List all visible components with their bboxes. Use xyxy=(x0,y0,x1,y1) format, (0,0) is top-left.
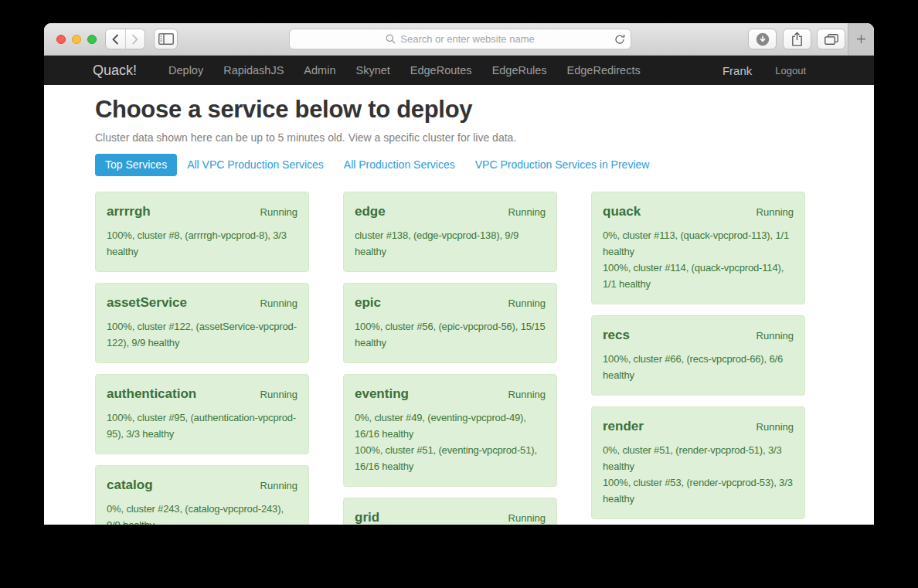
nav-item-edgeredirects[interactable]: EdgeRedirects xyxy=(557,64,651,76)
service-cluster-info: 100%, cluster #66, (recs-vpcprod-66), 6/… xyxy=(603,351,794,383)
service-name: assetService xyxy=(107,294,187,311)
service-name: edge xyxy=(355,203,386,219)
share-button[interactable] xyxy=(783,29,811,49)
service-card-epic[interactable]: epic Running 100%, cluster #56, (epic-vp… xyxy=(343,283,557,363)
service-card-header: eventing Running xyxy=(355,386,546,403)
window-zoom-button[interactable] xyxy=(87,35,97,44)
desktop-background: Search or enter website name xyxy=(0,0,918,588)
service-card-assetservice[interactable]: assetService Running 100%, cluster #122,… xyxy=(95,283,309,363)
service-card-header: quack Running xyxy=(603,203,794,220)
navbar-right: Frank Logout xyxy=(722,64,806,77)
window-close-button[interactable] xyxy=(56,35,66,44)
service-card-header: catalog Running xyxy=(107,477,298,494)
service-name: authentication xyxy=(107,386,196,402)
nav-item-deploy[interactable]: Deploy xyxy=(158,64,213,76)
service-cluster-info: 100%, cluster #56, (epic-vpcprod-56), 15… xyxy=(355,318,546,351)
service-name: quack xyxy=(603,203,641,219)
service-status-badge: Running xyxy=(260,204,298,220)
service-status-badge: Running xyxy=(756,419,794,435)
service-cluster-info: 0%, cluster #49, (eventing-vpcprod-49), … xyxy=(355,410,546,474)
nav-item-edgerules[interactable]: EdgeRules xyxy=(482,64,557,76)
service-cluster-info: 0%, cluster #113, (quack-vpcprod-113), 1… xyxy=(603,227,794,292)
history-nav-group xyxy=(105,29,145,49)
service-name: epic xyxy=(355,294,381,311)
service-name: grid xyxy=(355,509,379,525)
tab-overview-icon xyxy=(824,34,838,45)
tab-all-production-services[interactable]: All Production Services xyxy=(334,154,465,176)
service-column: edge Running cluster #138, (edge-vpcprod… xyxy=(343,192,557,525)
page-content: Choose a service below to deploy Cluster… xyxy=(44,85,874,525)
service-status-badge: Running xyxy=(508,295,546,311)
service-card-arrrrgh[interactable]: arrrrgh Running 100%, cluster #8, (arrrr… xyxy=(95,192,309,272)
tab-overview-button[interactable] xyxy=(817,29,845,49)
service-card-recs[interactable]: recs Running 100%, cluster #66, (recs-vp… xyxy=(591,315,805,396)
forward-button[interactable] xyxy=(125,29,144,49)
service-status-badge: Running xyxy=(260,295,298,311)
window-minimize-button[interactable] xyxy=(72,35,81,44)
cluster-status-line: 100%, cluster #56, (epic-vpcprod-56), 15… xyxy=(355,318,546,351)
address-bar-placeholder: Search or enter website name xyxy=(400,33,534,45)
service-name: recs xyxy=(603,327,630,343)
nav-item-admin[interactable]: Admin xyxy=(294,64,345,76)
service-card-quack[interactable]: quack Running 0%, cluster #113, (quack-v… xyxy=(591,192,805,304)
service-card-render[interactable]: render Running 0%, cluster #51, (render-… xyxy=(591,406,805,519)
site-navbar: Quack! DeployRapidashJSAdminSkynetEdgeRo… xyxy=(44,56,874,85)
service-name: eventing xyxy=(355,386,409,402)
service-card-header: grid Running xyxy=(355,509,546,525)
cluster-status-line: 0%, cluster #113, (quack-vpcprod-113), 1… xyxy=(603,227,794,260)
service-status-badge: Running xyxy=(508,386,546,403)
service-card-catalog[interactable]: catalog Running 0%, cluster #243, (catal… xyxy=(95,465,309,525)
address-bar[interactable]: Search or enter website name xyxy=(289,29,631,49)
service-card-header: recs Running xyxy=(603,327,794,344)
service-status-badge: Running xyxy=(260,478,298,494)
service-card-authentication[interactable]: authentication Running 100%, cluster #95… xyxy=(95,374,309,454)
logout-link[interactable]: Logout xyxy=(775,65,806,76)
logged-in-user: Frank xyxy=(722,64,752,77)
tab-vpc-production-services-in-preview[interactable]: VPC Production Services in Preview xyxy=(465,154,660,176)
browser-toolbar: Search or enter website name xyxy=(44,23,874,56)
page-title: Choose a service below to deploy xyxy=(95,96,823,124)
service-name: arrrrgh xyxy=(107,203,151,219)
service-cluster-info: 0%, cluster #51, (render-vpcprod-51), 3/… xyxy=(603,442,794,507)
search-icon xyxy=(386,34,396,44)
service-grid: arrrrgh Running 100%, cluster #8, (arrrr… xyxy=(95,192,823,525)
downloads-icon xyxy=(756,32,770,46)
brand-link[interactable]: Quack! xyxy=(93,63,137,79)
sidebar-toggle-button[interactable] xyxy=(154,29,178,49)
nav-item-skynet[interactable]: Skynet xyxy=(345,64,400,76)
new-tab-icon xyxy=(856,34,866,44)
new-tab-button[interactable] xyxy=(848,23,874,55)
service-status-badge: Running xyxy=(508,204,546,220)
service-column: quack Running 0%, cluster #113, (quack-v… xyxy=(591,192,805,525)
share-icon xyxy=(791,32,803,46)
cluster-status-line: cluster #138, (edge-vpcprod-138), 9/9 he… xyxy=(355,227,546,260)
back-button[interactable] xyxy=(106,29,125,49)
nav-item-edgeroutes[interactable]: EdgeRoutes xyxy=(400,64,482,76)
service-status-badge: Running xyxy=(508,510,546,525)
downloads-button[interactable] xyxy=(748,29,777,49)
service-card-eventing[interactable]: eventing Running 0%, cluster #49, (event… xyxy=(343,374,557,487)
service-card-grid[interactable]: grid Running xyxy=(343,498,557,525)
cluster-status-line: 100%, cluster #53, (render-vpcprod-53), … xyxy=(603,474,794,507)
service-cluster-info: 100%, cluster #122, (assetService-vpcpro… xyxy=(107,318,298,351)
tab-all-vpc-production-services[interactable]: All VPC Production Services xyxy=(177,154,334,176)
cluster-status-line: 0%, cluster #243, (catalog-vpcprod-243),… xyxy=(107,501,298,525)
service-card-header: assetService Running xyxy=(107,294,298,311)
reload-button[interactable] xyxy=(614,34,625,45)
service-filter-tabs: Top ServicesAll VPC Production ServicesA… xyxy=(95,154,823,176)
service-status-badge: Running xyxy=(756,204,794,220)
service-name: render xyxy=(603,418,644,434)
service-cluster-info: 100%, cluster #95, (authentication-vpcpr… xyxy=(107,410,298,442)
reload-icon xyxy=(614,34,625,45)
nav-item-rapidashjs[interactable]: RapidashJS xyxy=(213,64,294,76)
service-card-header: authentication Running xyxy=(107,386,298,403)
cluster-status-line: 100%, cluster #122, (assetService-vpcpro… xyxy=(107,318,298,351)
navbar-links: DeployRapidashJSAdminSkynetEdgeRoutesEdg… xyxy=(158,64,651,76)
service-card-header: arrrrgh Running xyxy=(107,203,298,220)
service-cluster-info: cluster #138, (edge-vpcprod-138), 9/9 he… xyxy=(355,227,546,260)
cluster-status-line: 100%, cluster #51, (eventing-vpcprod-51)… xyxy=(355,442,546,474)
cluster-status-line: 0%, cluster #49, (eventing-vpcprod-49), … xyxy=(355,410,546,442)
service-card-edge[interactable]: edge Running cluster #138, (edge-vpcprod… xyxy=(343,192,557,272)
cluster-status-line: 0%, cluster #51, (render-vpcprod-51), 3/… xyxy=(603,442,794,474)
tab-top-services[interactable]: Top Services xyxy=(95,154,177,176)
